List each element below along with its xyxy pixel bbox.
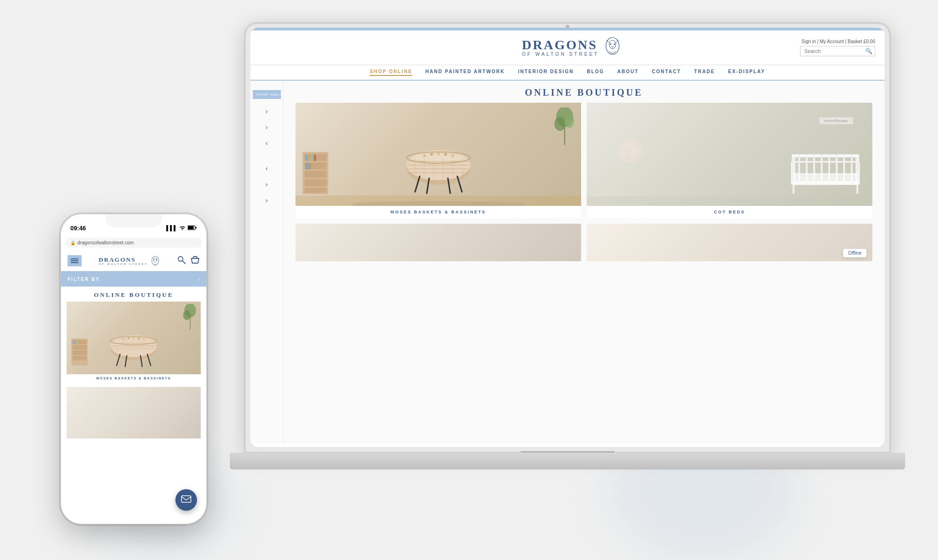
fluffy-svg	[615, 136, 643, 164]
plant-svg	[553, 107, 576, 145]
site-header: DRAGONS OF WALTON STREET	[250, 30, 885, 65]
phone-search-icon[interactable]	[177, 256, 186, 266]
sidebar-arrow-3[interactable]: ‹	[265, 139, 268, 147]
nav-blog[interactable]: BLOG	[587, 69, 604, 76]
svg-point-21	[554, 117, 566, 131]
sidebar-arrow-6[interactable]: ›	[265, 197, 268, 204]
phone-basket-icon[interactable]	[190, 256, 200, 266]
product-card-bottom-right[interactable]: Offline	[587, 224, 872, 261]
phone-nav: DRAGONS OF WALTON STREET	[61, 250, 206, 272]
phone-plant	[182, 304, 198, 330]
svg-point-4	[610, 44, 612, 45]
product-card-bottom-left[interactable]	[295, 224, 581, 261]
mail-icon	[181, 495, 191, 505]
svg-point-50	[620, 150, 627, 157]
product-card-moses[interactable]: MOSES BASKETS & BASSINETS	[295, 103, 581, 218]
svg-rect-85	[73, 350, 87, 355]
svg-point-38	[430, 153, 433, 156]
search-icon: 🔍	[865, 48, 872, 54]
svg-point-39	[437, 152, 440, 155]
phone-device: 09:46 ▌▌▌	[61, 214, 206, 524]
search-input[interactable]	[804, 48, 865, 54]
svg-line-81	[182, 261, 185, 264]
nav-about[interactable]: ABOUT	[617, 69, 639, 76]
phone-logo: DRAGONS OF WALTON STREET	[98, 254, 160, 267]
phone-product-moses[interactable]: MOSES BASKETS & BASSINETS	[67, 302, 201, 382]
svg-rect-88	[75, 341, 76, 344]
svg-rect-18	[311, 163, 314, 169]
svg-point-5	[614, 44, 615, 45]
svg-rect-108	[182, 496, 191, 502]
svg-rect-84	[73, 345, 87, 350]
svg-rect-10	[304, 179, 326, 186]
phone-product-img-moses	[67, 302, 201, 374]
svg-point-99	[122, 338, 124, 340]
svg-rect-87	[73, 341, 75, 344]
account-area: Sign in | My Account | Basket £0.00 🔍	[800, 39, 875, 56]
svg-point-103	[143, 338, 145, 340]
sidebar-arrow-4[interactable]: ‹	[265, 165, 268, 172]
url-text: dragonsofwaltonstreet.com	[77, 240, 134, 245]
phone-product-2[interactable]	[67, 387, 201, 439]
nav-interior-design[interactable]: INTERIOR DESIGN	[518, 69, 574, 76]
phone-body: 09:46 ▌▌▌	[61, 214, 206, 524]
laptop-camera	[566, 25, 569, 29]
phone-moses-basket	[106, 330, 162, 367]
svg-rect-64	[793, 173, 858, 183]
sidebar-breadcrumb-btn[interactable]: SHOP ONLINE	[253, 90, 281, 99]
phone-notch	[106, 214, 162, 227]
nav-hand-painted[interactable]: HAND PAINTED ARTWORK	[425, 69, 505, 76]
svg-point-41	[451, 154, 454, 157]
phone-filter-bar[interactable]: FILTER BY ›	[61, 272, 206, 287]
svg-rect-54	[792, 154, 859, 157]
website-content: DRAGONS OF WALTON STREET	[250, 28, 885, 447]
sidebar-arrow-2[interactable]: ›	[265, 123, 268, 131]
cot-bed-svg	[788, 150, 863, 197]
logo-text-sub: OF WALTON STREET	[522, 52, 599, 57]
svg-point-67	[182, 229, 183, 230]
svg-rect-70	[196, 227, 197, 228]
phone-dragon-icon	[150, 254, 160, 267]
product-label-cot: COT BEDS	[587, 206, 872, 218]
mail-button[interactable]	[175, 489, 197, 511]
product-card-cot[interactable]: sweetdreams	[587, 103, 872, 218]
logo-dragon-icon	[603, 34, 622, 61]
svg-point-22	[565, 115, 574, 128]
phone-product-img-2	[67, 387, 201, 439]
phone-logo-text: DRAGONS	[98, 257, 148, 263]
moses-basket-svg	[401, 143, 476, 194]
search-box[interactable]: 🔍	[800, 46, 875, 56]
nav-shop-online[interactable]: SHOP ONLINE	[370, 69, 412, 76]
filter-arrow-icon: ›	[198, 276, 200, 283]
account-links[interactable]: Sign in | My Account | Basket £0.00	[802, 39, 875, 44]
scene: DRAGONS OF WALTON STREET	[47, 22, 891, 538]
svg-point-0	[606, 38, 619, 54]
svg-point-40	[444, 153, 447, 156]
svg-rect-12	[305, 155, 308, 161]
svg-rect-9	[304, 171, 326, 178]
svg-rect-69	[188, 226, 194, 229]
sidebar-arrow-1[interactable]: ›	[265, 107, 268, 115]
svg-rect-83	[73, 340, 87, 344]
sidebar-arrow-5[interactable]: ›	[265, 181, 268, 188]
svg-rect-11	[304, 188, 326, 193]
phone-address-bar[interactable]: 🔒 dragonsofwaltonstreet.com	[66, 238, 202, 248]
svg-point-102	[138, 337, 140, 339]
bookcase-svg	[303, 152, 328, 194]
laptop-base	[230, 453, 905, 469]
filter-label: FILTER BY	[68, 277, 100, 282]
nav-trade[interactable]: TRADE	[694, 69, 715, 76]
svg-point-101	[133, 337, 135, 339]
nav-contact[interactable]: CONTACT	[652, 69, 681, 76]
laptop-screen: DRAGONS OF WALTON STREET	[250, 28, 885, 447]
hamburger-button[interactable]	[68, 255, 82, 266]
phone-logo-sub: OF WALTON STREET	[98, 263, 148, 265]
svg-point-79	[156, 259, 157, 260]
svg-point-47	[621, 142, 629, 150]
svg-rect-17	[309, 163, 311, 169]
svg-point-78	[154, 259, 155, 260]
nav-ex-display[interactable]: EX-DISPLAY	[728, 69, 765, 76]
phone-page-title: ONLINE BOUTIQUE	[61, 287, 206, 302]
product-image-bottom-left	[295, 224, 581, 261]
product-grid: MOSES BASKETS & BASSINETS sweetdreams	[291, 103, 877, 261]
